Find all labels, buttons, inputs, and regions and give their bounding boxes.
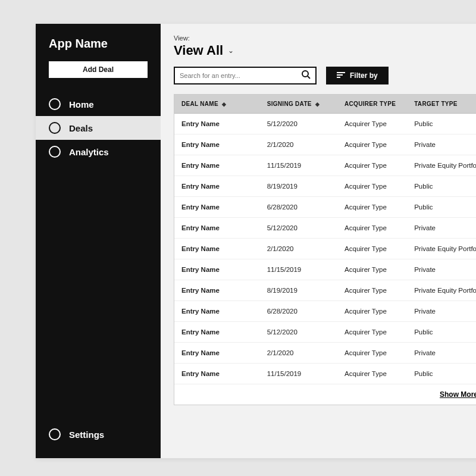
cell-target-type: Private [407, 134, 476, 155]
cell-acquirer-type: Acquirer Type [337, 301, 407, 321]
cell-acquirer-type: Acquirer Type [337, 239, 407, 259]
cell-target-type: Private [407, 259, 476, 280]
cell-target-type: Private Equity Portfolio [407, 155, 476, 176]
cell-signing-date: 5/12/2020 [260, 114, 337, 134]
filter-button[interactable]: Filter by [326, 67, 389, 84]
circle-icon [49, 428, 61, 440]
cell-acquirer-type: Acquirer Type [337, 364, 407, 384]
cell-deal-name: Entry Name [174, 343, 260, 363]
view-selector[interactable]: View All ⌄ [174, 43, 476, 58]
column-header-acquirer-type: ACQUIRER TYPE [337, 95, 407, 113]
sort-icon: ◆ [222, 102, 226, 106]
app-title: App Name [36, 37, 161, 61]
cell-target-type: Private [407, 343, 476, 363]
cell-acquirer-type: Acquirer Type [337, 218, 407, 238]
cell-acquirer-type: Acquirer Type [337, 343, 407, 363]
table-row[interactable]: Entry Name2/1/2020Acquirer TypePrivate [174, 134, 476, 155]
table-row[interactable]: Entry Name2/1/2020Acquirer TypePrivate [174, 343, 476, 364]
deals-table: DEAL NAME ◆ SIGNING DATE ◆ ACQUIRER TYPE… [174, 94, 476, 405]
cell-signing-date: 2/1/2020 [260, 134, 337, 155]
sidebar-item-label: Analytics [69, 147, 109, 157]
cell-signing-date: 11/15/2019 [260, 364, 337, 384]
table-header: DEAL NAME ◆ SIGNING DATE ◆ ACQUIRER TYPE… [174, 95, 476, 114]
table-row[interactable]: Entry Name11/15/2019Acquirer TypePublic [174, 364, 476, 384]
table-row[interactable]: Entry Name5/12/2020Acquirer TypePublic [174, 114, 476, 134]
chevron-down-icon: ⌄ [228, 46, 234, 55]
cell-target-type: Private [407, 218, 476, 238]
column-label: TARGET TYPE [414, 101, 458, 107]
table-row[interactable]: Entry Name11/15/2019Acquirer TypePrivate [174, 259, 476, 280]
cell-signing-date: 8/19/2019 [260, 280, 337, 300]
cell-deal-name: Entry Name [174, 176, 260, 196]
cell-acquirer-type: Acquirer Type [337, 197, 407, 217]
add-deal-button[interactable]: Add Deal [49, 61, 148, 78]
cell-signing-date: 2/1/2020 [260, 239, 337, 259]
cell-signing-date: 5/12/2020 [260, 218, 337, 238]
cell-signing-date: 6/28/2020 [260, 301, 337, 321]
table-row[interactable]: Entry Name11/15/2019Acquirer TypePrivate… [174, 155, 476, 176]
sidebar-nav-bottom: Settings [36, 422, 161, 446]
table-row[interactable]: Entry Name8/19/2019Acquirer TypePublic [174, 176, 476, 197]
cell-deal-name: Entry Name [174, 280, 260, 300]
table-body: Entry Name5/12/2020Acquirer TypePublicEn… [174, 114, 476, 384]
cell-deal-name: Entry Name [174, 197, 260, 217]
sidebar-nav: Home Deals Analytics [36, 92, 161, 164]
search-input[interactable] [180, 72, 301, 79]
sidebar-item-deals[interactable]: Deals [36, 116, 161, 140]
column-header-deal-name[interactable]: DEAL NAME ◆ [174, 95, 260, 113]
filter-icon [337, 71, 345, 80]
table-row[interactable]: Entry Name8/19/2019Acquirer TypePrivate … [174, 280, 476, 301]
search-icon [301, 70, 311, 82]
view-label: View: [174, 35, 476, 42]
column-label: SIGNING DATE [267, 101, 312, 107]
cell-signing-date: 5/12/2020 [260, 322, 337, 342]
cell-acquirer-type: Acquirer Type [337, 322, 407, 342]
column-header-signing-date[interactable]: SIGNING DATE ◆ [260, 95, 337, 113]
svg-line-1 [308, 76, 310, 79]
cell-deal-name: Entry Name [174, 218, 260, 238]
circle-icon [49, 98, 61, 110]
cell-target-type: Public [407, 114, 476, 134]
cell-deal-name: Entry Name [174, 239, 260, 259]
cell-deal-name: Entry Name [174, 301, 260, 321]
table-row[interactable]: Entry Name6/28/2020Acquirer TypePrivate [174, 301, 476, 322]
cell-acquirer-type: Acquirer Type [337, 155, 407, 176]
cell-acquirer-type: Acquirer Type [337, 259, 407, 280]
table-row[interactable]: Entry Name5/12/2020Acquirer TypePrivate [174, 218, 476, 239]
sidebar-item-label: Settings [69, 430, 104, 440]
sort-icon: ◆ [315, 102, 320, 106]
table-row[interactable]: Entry Name6/28/2020Acquirer TypePublic [174, 197, 476, 218]
sidebar-item-home[interactable]: Home [36, 92, 161, 116]
cell-deal-name: Entry Name [174, 364, 260, 384]
cell-deal-name: Entry Name [174, 114, 260, 134]
svg-rect-3 [337, 74, 343, 76]
table-row[interactable]: Entry Name5/12/2020Acquirer TypePublic [174, 322, 476, 343]
svg-rect-4 [337, 77, 340, 78]
cell-deal-name: Entry Name [174, 155, 260, 176]
column-label: ACQUIRER TYPE [345, 101, 396, 107]
cell-acquirer-type: Acquirer Type [337, 280, 407, 300]
show-more-link[interactable]: Show More [174, 384, 476, 405]
cell-acquirer-type: Acquirer Type [337, 176, 407, 196]
cell-deal-name: Entry Name [174, 322, 260, 342]
cell-target-type: Private Equity Portfolio [407, 239, 476, 259]
sidebar-item-settings[interactable]: Settings [36, 422, 161, 446]
cell-acquirer-type: Acquirer Type [337, 114, 407, 134]
sidebar-item-analytics[interactable]: Analytics [36, 140, 161, 164]
sidebar-item-label: Home [69, 99, 94, 109]
column-header-target-type: TARGET TYPE [407, 95, 476, 113]
sidebar: App Name Add Deal Home Deals Analytics S… [36, 24, 161, 458]
cell-target-type: Private [407, 301, 476, 321]
cell-signing-date: 6/28/2020 [260, 197, 337, 217]
search-input-wrapper[interactable] [174, 67, 317, 84]
cell-deal-name: Entry Name [174, 134, 260, 155]
cell-target-type: Public [407, 197, 476, 217]
cell-target-type: Public [407, 176, 476, 196]
table-row[interactable]: Entry Name2/1/2020Acquirer TypePrivate E… [174, 239, 476, 259]
cell-acquirer-type: Acquirer Type [337, 134, 407, 155]
cell-signing-date: 11/15/2019 [260, 155, 337, 176]
main-panel: View: View All ⌄ Filter by DEAL [161, 24, 476, 458]
cell-signing-date: 8/19/2019 [260, 176, 337, 196]
svg-rect-2 [337, 72, 345, 73]
filter-button-label: Filter by [350, 71, 378, 80]
